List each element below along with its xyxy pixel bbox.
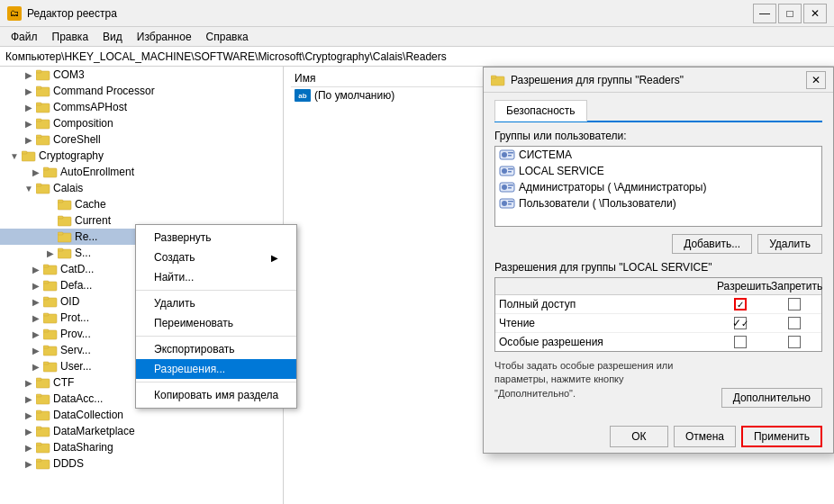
folder-icon — [36, 68, 50, 81]
tree-label: Defa... — [60, 279, 92, 292]
folder-icon-open — [36, 182, 50, 194]
perm-deny-read[interactable] — [767, 317, 821, 329]
close-button[interactable]: ✕ — [803, 4, 827, 23]
tree-label: Prot... — [60, 311, 89, 324]
tree-item-ddds[interactable]: ▶ DDDS — [0, 455, 283, 472]
svg-rect-63 — [508, 187, 512, 189]
app-title: Редактор реестра — [27, 7, 117, 20]
maximize-button[interactable]: □ — [778, 4, 802, 23]
perm-col-name-header — [495, 278, 713, 294]
tree-item-command-processor[interactable]: ▶ Command Processor — [0, 83, 283, 99]
svg-rect-23 — [58, 248, 63, 251]
folder-icon — [36, 425, 50, 437]
menu-favorites[interactable]: Избранное — [130, 29, 199, 44]
tree-item-calais[interactable]: ▼ Calais — [0, 180, 283, 196]
ctx-copy-name[interactable]: Копировать имя раздела — [136, 385, 296, 405]
menu-view[interactable]: Вид — [95, 29, 130, 44]
svg-rect-25 — [43, 265, 49, 267]
tree-item-datacollection[interactable]: ▶ DataCollection — [0, 407, 283, 423]
expand-icon: ▶ — [22, 427, 36, 436]
expand-icon: ▶ — [29, 281, 43, 291]
ctx-delete[interactable]: Удалить — [136, 293, 296, 313]
tree-label: Current — [75, 214, 111, 227]
checkbox-full-allow[interactable] — [734, 298, 747, 310]
user-name: LOCAL SERVICE — [519, 165, 604, 177]
checkbox-special-deny[interactable] — [788, 336, 801, 348]
tab-security[interactable]: Безопасность — [494, 100, 587, 122]
user-item-admin[interactable]: Администраторы ( \Администраторы) — [495, 179, 821, 195]
remove-button[interactable]: Удалить — [757, 234, 822, 254]
svg-rect-27 — [43, 281, 49, 284]
tree-label: Cryptography — [39, 149, 104, 162]
tree-label: Prov... — [60, 328, 91, 340]
checkbox-read-allow[interactable]: ✓ — [734, 317, 747, 329]
perm-deny-special[interactable] — [767, 336, 821, 348]
tree-label: COM3 — [53, 68, 85, 81]
user-item-localservice[interactable]: LOCAL SERVICE — [495, 163, 821, 179]
perm-allow-special[interactable] — [713, 336, 767, 348]
default-item-label: (По умолчанию) — [314, 89, 394, 102]
svg-rect-49 — [36, 459, 41, 462]
expand-icon: ▶ — [22, 410, 36, 420]
user-item-sistema[interactable]: СИСТЕМА — [495, 147, 821, 163]
folder-icon — [43, 263, 58, 275]
dialog-close-button[interactable]: ✕ — [806, 71, 826, 89]
tree-label: CoreShell — [53, 133, 101, 146]
svg-rect-5 — [36, 103, 41, 105]
tree-item-coreshell[interactable]: ▶ CoreShell — [0, 131, 283, 148]
perm-deny-full[interactable] — [767, 298, 821, 310]
tree-label: Re... — [75, 230, 97, 243]
advanced-button[interactable]: Дополнительно — [721, 388, 822, 408]
dialog-bottom-buttons: ОК Отмена Применить — [484, 418, 833, 454]
menu-edit[interactable]: Правка — [45, 29, 96, 44]
menu-help[interactable]: Справка — [199, 29, 256, 44]
svg-rect-62 — [508, 184, 513, 186]
user-icon — [499, 197, 515, 210]
tree-item-autoenrollment[interactable]: ▶ AutoEnrollment — [0, 164, 283, 180]
tree-label: Cache — [75, 198, 106, 211]
menu-file[interactable]: Файл — [4, 29, 45, 44]
tree-item-datamarketplace[interactable]: ▶ DataMarketplace — [0, 423, 283, 439]
ctx-create[interactable]: Создать▶ — [136, 248, 296, 267]
cancel-button[interactable]: Отмена — [674, 426, 736, 447]
ctx-export[interactable]: Экспортировать — [136, 339, 296, 359]
minimize-button[interactable]: — — [753, 4, 776, 23]
tree-item-commsaphost[interactable]: ▶ CommsAPHost — [0, 99, 283, 115]
expand-icon: ▼ — [7, 151, 22, 161]
svg-rect-37 — [43, 362, 49, 364]
tree-item-composition[interactable]: ▶ Composition — [0, 115, 283, 131]
ok-button[interactable]: ОК — [610, 426, 668, 447]
folder-icon — [58, 247, 72, 259]
checkbox-special-allow[interactable] — [734, 336, 747, 348]
perm-allow-read[interactable]: ✓ — [713, 317, 767, 329]
svg-rect-29 — [43, 297, 49, 300]
user-item-users[interactable]: Пользователи ( \Пользователи) — [495, 195, 821, 212]
ctx-find[interactable]: Найти... — [136, 267, 296, 287]
add-button[interactable]: Добавить... — [672, 234, 752, 254]
ctx-rename[interactable]: Переименовать — [136, 313, 296, 333]
folder-icon — [36, 133, 50, 146]
folder-icon — [36, 85, 50, 97]
tree-item-datasharing[interactable]: ▶ DataSharing — [0, 439, 283, 455]
tree-item-cache[interactable]: Cache — [0, 196, 283, 212]
ctx-expand[interactable]: Развернуть — [136, 228, 296, 248]
user-icon — [499, 181, 515, 194]
user-name: СИСТЕМА — [519, 148, 572, 161]
expand-icon: ▶ — [22, 103, 36, 112]
expand-icon: ▶ — [29, 329, 43, 339]
folder-icon — [36, 457, 50, 470]
svg-rect-59 — [508, 171, 512, 173]
perm-row-read: Чтение ✓ — [495, 314, 821, 333]
perm-allow-full[interactable] — [713, 298, 767, 310]
svg-point-61 — [502, 184, 507, 190]
folder-icon — [58, 230, 72, 243]
apply-button[interactable]: Применить — [741, 426, 822, 447]
user-buttons: Добавить... Удалить — [494, 234, 822, 254]
ctx-permissions[interactable]: Разрешения... — [136, 359, 296, 379]
checkbox-read-deny[interactable] — [788, 317, 801, 329]
ab-icon: ab — [295, 89, 311, 102]
tree-item-cryptography[interactable]: ▼ Cryptography — [0, 148, 283, 164]
tree-item-com3[interactable]: ▶ COM3 — [0, 67, 283, 83]
checkbox-full-deny[interactable] — [788, 298, 801, 310]
svg-rect-31 — [43, 313, 49, 316]
